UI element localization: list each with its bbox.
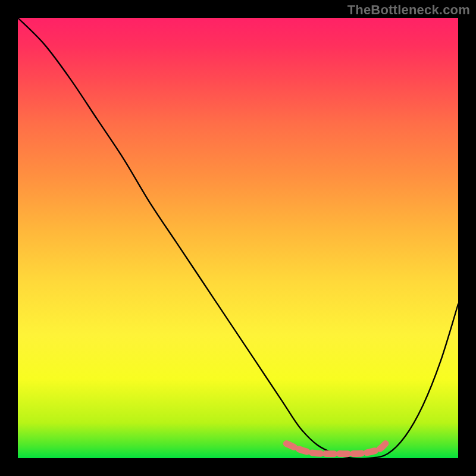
watermark-text: TheBottleneck.com xyxy=(347,2,470,18)
bottleneck-curve xyxy=(18,18,458,459)
optimal-band xyxy=(286,444,386,454)
chart-frame: TheBottleneck.com xyxy=(0,0,476,476)
plot-area xyxy=(18,18,458,458)
chart-svg xyxy=(18,18,458,458)
